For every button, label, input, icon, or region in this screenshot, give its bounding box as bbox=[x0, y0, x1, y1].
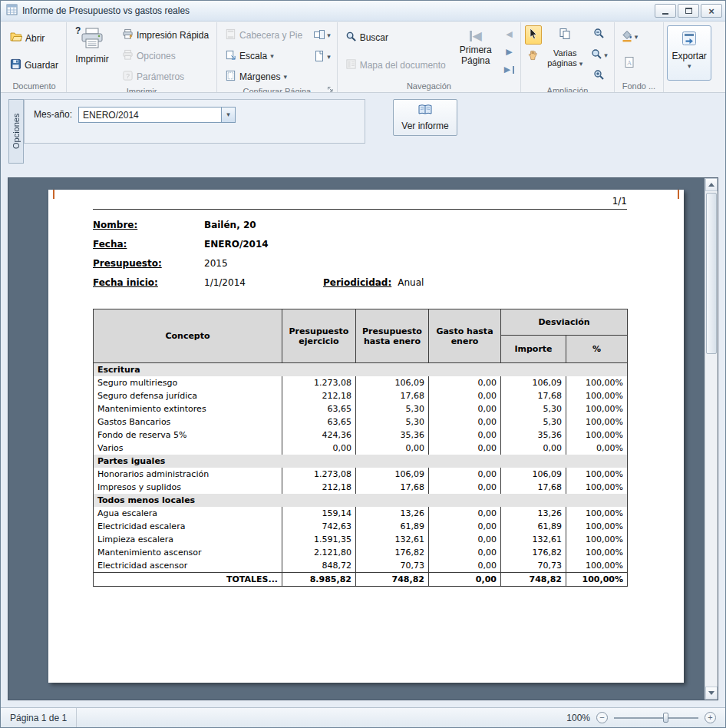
primera-pagina-button[interactable]: ◀ Primera Página bbox=[454, 23, 498, 81]
buscar-button[interactable]: Buscar bbox=[341, 28, 393, 47]
value-cell: 0,00% bbox=[566, 442, 628, 455]
totals-value-cell: 748,82 bbox=[356, 573, 429, 587]
parametros-button[interactable]: ? Parámetros bbox=[117, 68, 189, 86]
value-cell: 0,00 bbox=[429, 389, 501, 402]
print-options-icon bbox=[122, 49, 134, 63]
zoom-in-button[interactable]: + bbox=[705, 712, 716, 723]
scroll-up-button[interactable] bbox=[705, 178, 718, 191]
tamano-papel-button[interactable]: ▾ bbox=[310, 48, 334, 67]
value-cell: 5,30 bbox=[501, 402, 566, 415]
scrollbar-thumb[interactable] bbox=[706, 193, 717, 354]
value-cell: 5,30 bbox=[356, 402, 429, 415]
zoom-slider[interactable] bbox=[614, 712, 698, 723]
imprimir-button[interactable]: ? Imprimir bbox=[70, 23, 114, 86]
buscar-label: Buscar bbox=[360, 32, 388, 43]
value-cell: 70,73 bbox=[356, 559, 429, 573]
escala-button[interactable]: Escala ▾ bbox=[220, 47, 279, 65]
chevron-down-icon: ▾ bbox=[579, 60, 583, 68]
chevron-down-icon: ▾ bbox=[327, 32, 331, 39]
zoom-out-button[interactable]: − bbox=[596, 712, 608, 723]
mapa-documento-label: Mapa del documento bbox=[360, 60, 446, 71]
col-header-concepto: Concepto bbox=[94, 309, 282, 363]
col-header-presupuesto-ejercicio: Presupuesto ejercicio bbox=[282, 309, 356, 363]
concept-cell: Seguro multiriesgo bbox=[94, 376, 282, 389]
table-row: Impresos y suplidos212,1817,680,0017,681… bbox=[94, 481, 628, 494]
dialog-launcher-icon[interactable] bbox=[327, 84, 334, 93]
margenes-label: Márgenes bbox=[239, 71, 280, 82]
value-cell: 0,00 bbox=[429, 415, 501, 429]
zoom-button[interactable]: ▾ bbox=[588, 46, 611, 65]
minimize-button[interactable] bbox=[655, 4, 676, 18]
report-table: Concepto Presupuesto ejercicio Presupues… bbox=[93, 309, 628, 587]
combo-dropdown-button[interactable]: ▾ bbox=[221, 108, 235, 122]
zoom-slider-track[interactable] bbox=[614, 717, 698, 719]
ver-informe-button[interactable]: Ver informe bbox=[393, 99, 457, 136]
mes-ano-value[interactable]: ENERO/2014 bbox=[79, 110, 221, 121]
group-caption-ampliacion: Ampliación bbox=[524, 85, 611, 93]
value-cell: 0,00 bbox=[429, 429, 501, 442]
report-field-row: Fecha inicio: 1/1/2014 Periodicidad: Anu… bbox=[93, 273, 627, 292]
svg-text:?: ? bbox=[126, 72, 130, 80]
page-info: Página 1 de 1 bbox=[1, 708, 77, 727]
field-value: 1/1/2014 bbox=[204, 277, 323, 288]
varias-paginas-icono-button[interactable] bbox=[556, 25, 574, 45]
marca-agua-button[interactable]: A bbox=[620, 54, 639, 73]
parameters-bar: Opciones Mes-año: ENERO/2014 ▾ Ver infor… bbox=[1, 93, 725, 177]
maximize-icon bbox=[685, 8, 692, 14]
group-caption-documento: Documento bbox=[5, 81, 63, 92]
value-cell: 1.273,08 bbox=[282, 376, 356, 389]
mes-ano-combobox[interactable]: ENERO/2014 ▾ bbox=[78, 107, 236, 123]
table-row: Electricidad ascensor848,7270,730,0070,7… bbox=[94, 559, 628, 573]
value-cell: 17,68 bbox=[356, 389, 429, 402]
zoom-slider-thumb[interactable] bbox=[663, 713, 668, 723]
value-cell: 106,09 bbox=[356, 468, 429, 481]
pagina-anterior-button[interactable]: ◀ bbox=[503, 28, 515, 41]
value-cell: 0,00 bbox=[429, 559, 501, 573]
herramienta-mano-button[interactable] bbox=[524, 47, 542, 65]
ribbon-group-ampliacion: Varias páginas ▾ ▾ A bbox=[521, 22, 615, 92]
opciones-tab[interactable]: Opciones bbox=[8, 99, 24, 164]
impresion-rapida-button[interactable]: Impresión Rápida bbox=[117, 26, 213, 45]
chevron-down-icon: ▾ bbox=[226, 111, 230, 118]
varias-paginas-button[interactable]: Varias páginas ▾ bbox=[545, 47, 585, 70]
table-totals-row: TOTALES...8.985,82748,820,00748,82100,00… bbox=[94, 573, 628, 587]
opciones-button[interactable]: Opciones bbox=[117, 47, 180, 65]
cabecera-pie-button[interactable]: Cabecera y Pie bbox=[220, 26, 307, 45]
totals-value-cell: 0,00 bbox=[429, 573, 501, 587]
value-cell: 5,30 bbox=[356, 415, 429, 429]
abrir-button[interactable]: Abrir bbox=[5, 29, 49, 47]
open-folder-icon bbox=[10, 31, 22, 45]
guardar-button[interactable]: Guardar bbox=[5, 56, 63, 74]
mapa-documento-button[interactable]: Mapa del documento bbox=[341, 56, 450, 74]
concept-cell: Mantenimiento extintores bbox=[94, 402, 282, 415]
alejar-button[interactable] bbox=[590, 25, 608, 44]
scroll-down-button[interactable] bbox=[705, 687, 718, 700]
table-row: Mantenimiento ascensor2.121,80176,820,00… bbox=[94, 546, 628, 559]
parameters-panel: Mes-año: ENERO/2014 ▾ bbox=[24, 99, 365, 144]
orientacion-button[interactable]: ▾ bbox=[310, 26, 334, 45]
puntero-raton-button[interactable] bbox=[525, 25, 542, 45]
scrollbar-track[interactable] bbox=[705, 191, 718, 687]
value-cell: 100,00% bbox=[566, 546, 628, 559]
totals-value-cell: 100,00% bbox=[566, 573, 628, 587]
margenes-button[interactable]: Márgenes ▾ bbox=[220, 68, 292, 86]
titlebar: Informe de Presupuesto vs gastos reales … bbox=[1, 1, 725, 22]
col-header-pct: % bbox=[566, 336, 628, 363]
last-page-icon: ▶ bbox=[504, 65, 510, 74]
vertical-scrollbar[interactable] bbox=[705, 178, 718, 700]
color-fondo-button[interactable]: ▾ bbox=[618, 28, 642, 47]
arrow-down-icon bbox=[708, 691, 714, 695]
exportar-button[interactable]: Exportar ▾ bbox=[667, 25, 711, 81]
value-cell: 100,00% bbox=[566, 402, 628, 415]
field-label: Fecha inicio: bbox=[93, 277, 204, 288]
multiple-pages-icon bbox=[559, 28, 571, 42]
pagina-siguiente-button[interactable]: ▶ bbox=[503, 45, 515, 58]
acercar-button[interactable] bbox=[590, 67, 608, 85]
maximize-button[interactable] bbox=[678, 4, 699, 18]
export-icon bbox=[681, 30, 698, 49]
ultima-pagina-button[interactable]: ▶ bbox=[501, 63, 517, 76]
value-cell: 212,18 bbox=[282, 389, 356, 402]
chevron-down-icon: ▾ bbox=[327, 54, 331, 61]
concept-cell: Electricidad escalera bbox=[94, 520, 282, 533]
close-button[interactable]: × bbox=[701, 4, 722, 18]
